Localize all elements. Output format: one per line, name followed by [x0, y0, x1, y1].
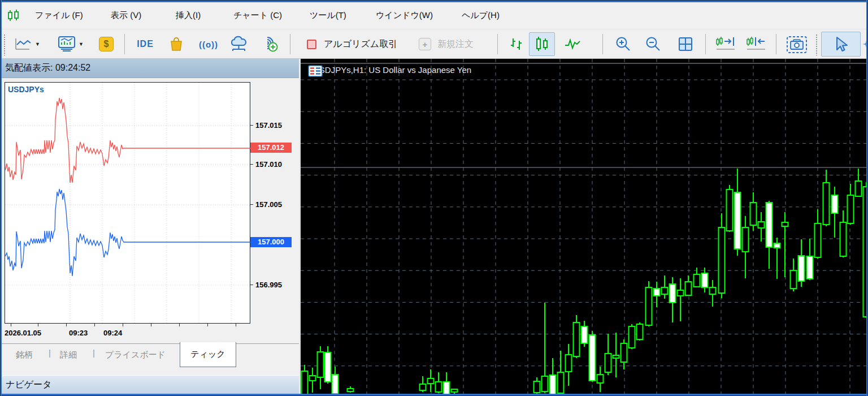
tick-chart-symbol-label: USDJPYs [8, 85, 44, 94]
market-watch-header[interactable]: 気配値表示: 09:24:52 ✕ [2, 59, 299, 78]
time-axis-tick [38, 324, 38, 326]
price-axis-label: 157.005 [255, 200, 282, 209]
menu-bar: ファイル (F) 表示 (V) 挿入(I) チャート (C) ツール(T) ウイ… [2, 2, 866, 29]
time-axis-tick [123, 324, 123, 326]
candlestick-chart-window[interactable]: USDJPYs,H1: US Dollar vs Japanese Yen [301, 59, 868, 394]
tick-chart-plot[interactable] [5, 82, 250, 324]
shopping-bag-icon [168, 36, 184, 52]
time-axis-tick [66, 324, 67, 326]
app-logo-candles-icon [7, 10, 20, 24]
menu-tools[interactable]: ツール(T) [310, 10, 346, 21]
signals-button[interactable]: ((o)) [196, 29, 221, 59]
shift-right-icon [715, 36, 736, 53]
menu-file[interactable]: ファイル (F) [35, 10, 83, 21]
signal-rings-plus-icon [260, 35, 279, 53]
cloud-button[interactable] [227, 29, 251, 59]
menu-help[interactable]: ヘルプ(H) [462, 10, 500, 21]
screenshot-button[interactable] [783, 29, 810, 59]
algo-trading-label[interactable]: アルゴリズム取引 [323, 29, 398, 59]
time-axis-tick [207, 324, 208, 326]
tab-bar-divider [2, 343, 299, 344]
market-watch-title: 気配値表示: 09:24:52 [2, 62, 90, 74]
window-border-left [0, 0, 2, 396]
tick-chart-style-button[interactable]: ▼ [14, 29, 40, 59]
line-chart-mode-button[interactable] [561, 29, 584, 59]
bar-chart-mode-button[interactable] [506, 29, 527, 59]
algo-trading-toggle[interactable] [303, 29, 319, 59]
price-axis-tick [250, 285, 253, 285]
tab-priceboard[interactable]: プライスボード [105, 350, 166, 360]
price-axis-label: 157.010 [255, 160, 282, 169]
copy-trading-button[interactable] [258, 29, 281, 59]
ask-price-badge: 157.012 [250, 143, 292, 153]
depth-of-market-button[interactable]: ▼ [54, 29, 86, 59]
chevron-down-icon: ▼ [79, 41, 84, 47]
ohlc-bars-icon [509, 37, 524, 51]
toolbar-separator [602, 34, 603, 54]
tab-separator: | [93, 348, 95, 358]
candlestick-mode-button[interactable] [529, 32, 555, 56]
new-order-button: 新規注文 [437, 29, 474, 59]
menu-insert[interactable]: 挿入(I) [176, 10, 201, 21]
price-axis-tick [250, 164, 253, 165]
price-axis-tick [250, 125, 253, 126]
time-axis-tick [236, 324, 236, 326]
tick-chart-icon [14, 37, 33, 51]
tile-windows-icon [678, 36, 693, 52]
cursor-tool-button[interactable] [821, 32, 861, 57]
shift-left-icon [745, 36, 767, 53]
zoom-in-button[interactable] [612, 29, 635, 59]
zoom-out-icon [645, 36, 662, 53]
candlestick-icon [534, 36, 550, 52]
toolbar: ▼ ▼ $ IDE ((o)) [2, 29, 866, 59]
time-axis-tick [94, 324, 95, 326]
toolbar-separator [124, 34, 125, 54]
toolbar-drag-handle[interactable] [815, 34, 818, 55]
camera-icon [786, 35, 808, 54]
tab-ticks-active[interactable]: ティック [180, 342, 236, 367]
toolbar-separator [705, 34, 706, 54]
time-axis-label: 09:24 [103, 329, 122, 337]
mt5-window: { "colors": { "window_border": "#2e6fc7"… [0, 0, 868, 396]
toolbar-drag-handle[interactable] [3, 34, 6, 55]
chart-title-row: USDJPYs,H1: US Dollar vs Japanese Yen [308, 65, 471, 75]
algo-trading-off-icon [307, 40, 316, 49]
tab-separator: | [49, 348, 51, 358]
navigator-header[interactable]: ナビゲータ ✕ [2, 375, 299, 394]
menu-view[interactable]: 表示 (V) [111, 10, 141, 21]
new-order-plus-icon: + [419, 38, 431, 50]
price-axis-label: 157.015 [255, 121, 282, 130]
zoom-out-button[interactable] [642, 29, 665, 59]
chart-title: USDJPYs,H1: US Dollar vs Japanese Yen [313, 65, 471, 75]
market-depth-icon [57, 36, 77, 53]
tick-chart-canvas [5, 83, 251, 324]
navigator-title: ナビゲータ [2, 379, 52, 391]
chevron-down-icon: ▼ [35, 41, 40, 47]
line-chart-icon [564, 37, 581, 51]
time-axis-tick [179, 324, 180, 326]
quotes-table-icon [308, 65, 323, 78]
cursor-arrow-icon [832, 36, 849, 53]
toolbar-separator [776, 34, 776, 54]
menu-chart[interactable]: チャート (C) [233, 10, 282, 21]
window-border-top [0, 0, 868, 2]
bid-price-badge: 157.000 [250, 237, 292, 247]
economic-calendar-button[interactable]: $ [97, 29, 116, 59]
shift-chart-left-button[interactable] [743, 29, 769, 59]
time-axis-tick [151, 324, 151, 326]
tab-symbols[interactable]: 銘柄 [16, 350, 33, 360]
tab-details[interactable]: 詳細 [60, 350, 77, 360]
candlestick-canvas [301, 59, 868, 394]
time-axis-tick [11, 324, 11, 326]
menu-window[interactable]: ウインドウ(W) [376, 10, 433, 21]
time-axis-label: 09:23 [69, 329, 88, 337]
tile-windows-button[interactable] [674, 29, 697, 59]
shift-chart-right-button[interactable] [713, 29, 739, 59]
window-border-bottom [0, 394, 868, 396]
price-axis-tick [250, 204, 253, 205]
market-store-button[interactable] [166, 29, 187, 59]
toolbar-separator [497, 34, 498, 54]
ide-button[interactable]: IDE [133, 29, 158, 59]
zoom-in-icon [615, 36, 632, 53]
toolbar-separator [290, 34, 290, 54]
